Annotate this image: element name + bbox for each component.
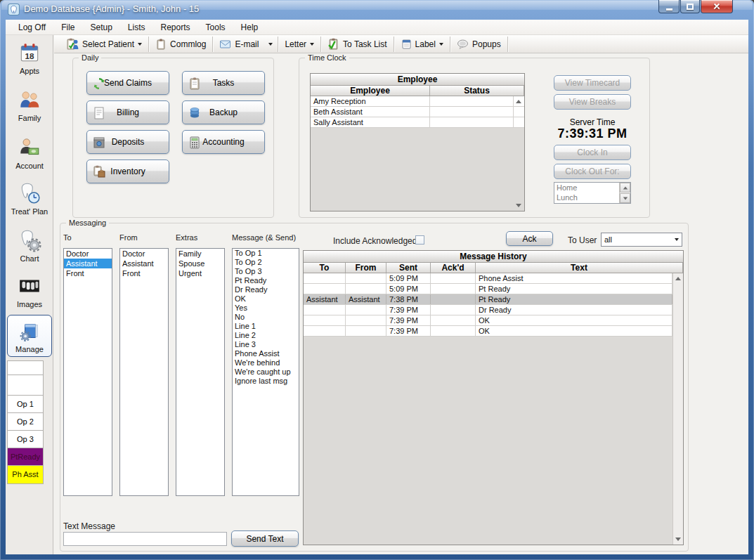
list-item[interactable]: Line 2	[233, 331, 299, 340]
list-item[interactable]: Spouse	[176, 259, 224, 268]
employee-row[interactable]: Beth Assistant	[311, 107, 524, 117]
list-item[interactable]: OK	[233, 294, 299, 304]
list-item[interactable]: To Op 1	[233, 249, 299, 258]
sidebar-item-treat-plan[interactable]: Treat' Plan	[7, 181, 52, 216]
employee-row[interactable]: Amy Reception	[311, 96, 524, 107]
sidebar-item-family[interactable]: Family	[7, 88, 52, 122]
deposits-button[interactable]: Deposits	[86, 130, 169, 154]
cell-to: Assistant	[304, 294, 346, 304]
scroll-up-icon[interactable]	[514, 96, 524, 107]
op-button-ptready[interactable]: PtReady	[7, 448, 44, 466]
to-task-list-button[interactable]: To Task List	[322, 36, 392, 53]
include-acknowledged-checkbox[interactable]	[415, 235, 424, 245]
view-timecard-button[interactable]: View Timecard	[554, 75, 631, 91]
menu-setup[interactable]: Setup	[82, 20, 119, 35]
clock-in-button[interactable]: Clock In	[554, 145, 631, 160]
list-item-selected[interactable]: Assistant	[64, 259, 112, 268]
ack-button[interactable]: Ack	[506, 231, 553, 246]
list-item[interactable]: Ignore last msg	[233, 377, 299, 386]
op-cell-empty[interactable]	[7, 360, 44, 375]
history-row[interactable]: 7:39 PM Dr Ready	[304, 305, 683, 315]
billing-button[interactable]: Billing	[86, 100, 169, 124]
list-item[interactable]: Line 1	[233, 322, 299, 331]
list-item[interactable]: Yes	[233, 304, 299, 313]
clock-out-list-scrollbar[interactable]	[619, 183, 630, 203]
messaging-group: Messaging To From Extras Message (& Send…	[60, 223, 689, 552]
sidebar-item-label: Chart	[7, 254, 52, 263]
menu-reports[interactable]: Reports	[153, 20, 198, 35]
list-item[interactable]: Urgent	[176, 268, 224, 278]
text-message-input[interactable]	[63, 532, 227, 546]
message-history-scrollbar[interactable]	[672, 273, 683, 545]
maximize-button[interactable]	[680, 0, 700, 13]
sidebar-item-appts[interactable]: 18 Appts	[7, 41, 52, 75]
op-button-2[interactable]: Op 2	[7, 413, 44, 431]
scroll-up-icon[interactable]	[673, 273, 683, 284]
send-text-label: Send Text	[246, 534, 283, 544]
sidebar-item-manage[interactable]: Manage	[7, 315, 52, 357]
list-item[interactable]: Phone Assist	[233, 349, 299, 358]
scroll-down-icon[interactable]	[673, 534, 683, 545]
accounting-button[interactable]: Accounting	[182, 130, 265, 154]
op-cell-empty[interactable]	[7, 375, 44, 396]
list-item[interactable]: Assistant	[120, 259, 168, 268]
list-item[interactable]: Front	[64, 268, 112, 278]
sidebar-item-account[interactable]: Account	[7, 136, 52, 170]
history-row[interactable]: 5:09 PM Pt Ready	[304, 284, 683, 294]
to-user-label: To User	[568, 235, 597, 245]
tasks-button[interactable]: Tasks	[182, 71, 265, 95]
label-button[interactable]: Label	[395, 36, 449, 53]
menu-log-off[interactable]: Log Off	[11, 20, 53, 35]
menu-file[interactable]: File	[53, 20, 82, 35]
sidebar-item-chart[interactable]: Chart	[7, 228, 52, 263]
menu-tools[interactable]: Tools	[198, 20, 233, 35]
employee-row[interactable]: Sally Assistant	[311, 117, 524, 128]
toolbar-separator	[320, 37, 321, 52]
list-item[interactable]: To Op 2	[233, 258, 299, 267]
list-item[interactable]: No	[233, 313, 299, 322]
backup-button[interactable]: Backup	[182, 100, 265, 124]
deposits-icon	[92, 136, 106, 150]
history-row[interactable]: 5:09 PM Phone Assist	[304, 273, 683, 284]
list-item[interactable]: We're caught up	[233, 367, 299, 377]
menu-lists[interactable]: Lists	[120, 20, 153, 35]
list-item[interactable]: Front	[120, 268, 168, 278]
op-button-1[interactable]: Op 1	[7, 396, 44, 413]
op-button-ph-asst[interactable]: Ph Asst	[7, 466, 44, 484]
to-user-combobox[interactable]: all	[601, 233, 682, 247]
menu-help[interactable]: Help	[233, 20, 266, 35]
popups-button[interactable]: Popups	[451, 36, 507, 53]
op-button-3[interactable]: Op 3	[7, 431, 44, 448]
clock-out-options-list[interactable]: Home Lunch	[554, 182, 631, 204]
list-item[interactable]: Family	[176, 249, 224, 259]
scroll-up-icon[interactable]	[620, 183, 630, 193]
employee-grid-scrollbar[interactable]	[514, 96, 524, 211]
view-breaks-button[interactable]: View Breaks	[554, 94, 631, 110]
send-claims-button[interactable]: Send Claims	[86, 71, 169, 95]
send-text-button[interactable]: Send Text	[231, 530, 299, 547]
list-item[interactable]: We're behind	[233, 358, 299, 367]
scroll-down-icon[interactable]	[514, 200, 524, 211]
list-item[interactable]: To Op 3	[233, 267, 299, 276]
email-button[interactable]: E-mail	[214, 36, 264, 53]
commlog-button[interactable]: Commlog	[150, 36, 212, 53]
select-patient-button[interactable]: Select Patient	[61, 36, 148, 53]
letter-button[interactable]: Letter	[279, 36, 320, 53]
list-item[interactable]: Doctor	[120, 249, 168, 259]
employee-grid-title: Employee	[311, 74, 524, 86]
title-bar[interactable]: Demo Database {Admin} - Smith, John - 15	[0, 0, 754, 20]
close-button[interactable]	[701, 0, 733, 13]
inventory-button[interactable]: Inventory	[86, 159, 169, 183]
history-row[interactable]: 7:39 PM OK	[304, 326, 683, 337]
email-dropdown-button[interactable]	[264, 36, 277, 53]
history-row-highlighted[interactable]: Assistant Assistant 7:38 PM Pt Ready	[304, 294, 683, 305]
history-row[interactable]: 7:39 PM OK	[304, 315, 683, 326]
list-item[interactable]: Dr Ready	[233, 285, 299, 294]
sidebar-item-images[interactable]: Images	[7, 274, 52, 308]
list-item[interactable]: Line 3	[233, 340, 299, 349]
clock-out-for-button[interactable]: Clock Out For:	[554, 164, 631, 179]
list-item[interactable]: Doctor	[64, 249, 112, 259]
minimize-button[interactable]	[658, 0, 680, 13]
scroll-down-icon[interactable]	[620, 193, 630, 203]
list-item[interactable]: Pt Ready	[233, 276, 299, 285]
